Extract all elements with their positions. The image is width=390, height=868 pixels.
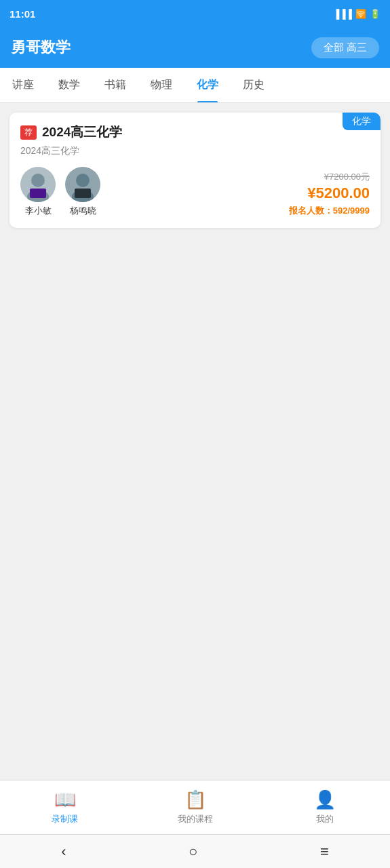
teacher-1: 李小敏 xyxy=(20,167,56,217)
course-subtitle: 2024高三化学 xyxy=(20,145,370,157)
status-icons: ▐▐▐ 🛜 🔋 xyxy=(333,9,381,19)
enroll-label: 报名人数： xyxy=(289,205,333,216)
wifi-icon: 🛜 xyxy=(355,9,366,19)
mine-label: 我的 xyxy=(316,813,334,825)
recommend-badge: 荐 xyxy=(20,125,37,140)
bottom-nav: 📖 录制课 📋 我的课程 👤 我的 xyxy=(0,780,390,834)
teacher-1-avatar xyxy=(20,167,56,202)
enroll-total: /9999 xyxy=(347,205,370,216)
svg-point-1 xyxy=(31,174,45,187)
course-bottom: 李小敏 杨鸣晓 ¥7200.00元 xyxy=(20,167,370,217)
nav-my-courses[interactable]: 📋 我的课程 xyxy=(130,781,260,834)
app-logo: 勇哥数学 xyxy=(11,37,71,58)
status-bar: 11:01 ▐▐▐ 🛜 🔋 xyxy=(0,0,390,27)
enroll-current: 592 xyxy=(333,205,348,216)
svg-point-5 xyxy=(76,174,90,187)
nav-recorded-courses[interactable]: 📖 录制课 xyxy=(0,781,130,834)
battery-icon: 🔋 xyxy=(370,9,381,19)
teacher-2-avatar xyxy=(65,167,100,202)
tab-lectures[interactable]: 讲座 xyxy=(0,68,46,103)
main-content: 化学 荐 2024高三化学 2024高三化学 xyxy=(0,103,390,780)
grade-filter-button[interactable]: 全部 高三 xyxy=(311,37,379,58)
system-nav-bar: ‹ ○ ≡ xyxy=(0,834,390,868)
tab-history[interactable]: 历史 xyxy=(231,68,277,103)
signal-icon: ▐▐▐ xyxy=(333,9,352,19)
price-original: ¥7200.00元 xyxy=(289,171,370,183)
status-time: 11:01 xyxy=(9,8,35,20)
home-button[interactable]: ○ xyxy=(175,837,211,866)
tab-chemistry[interactable]: 化学 xyxy=(184,68,231,103)
tab-math[interactable]: 数学 xyxy=(46,68,92,103)
recorded-icon: 📖 xyxy=(54,789,76,810)
my-courses-icon: 📋 xyxy=(184,789,206,810)
teacher-2-name: 杨鸣晓 xyxy=(70,205,96,217)
category-tabs: 讲座 数学 书籍 物理 化学 历史 xyxy=(0,68,390,103)
tab-physics[interactable]: 物理 xyxy=(138,68,184,103)
back-button[interactable]: ‹ xyxy=(47,837,79,866)
menu-button[interactable]: ≡ xyxy=(307,837,343,866)
svg-rect-7 xyxy=(75,189,91,198)
svg-rect-3 xyxy=(30,189,46,198)
app-header: 勇哥数学 全部 高三 xyxy=(0,27,390,68)
course-corner-tag: 化学 xyxy=(343,113,381,130)
price-section: ¥7200.00元 ¥5200.00 报名人数：592/9999 xyxy=(289,171,370,217)
teacher-2: 杨鸣晓 xyxy=(65,167,100,217)
course-title: 2024高三化学 xyxy=(42,123,122,141)
nav-mine[interactable]: 👤 我的 xyxy=(260,781,390,834)
price-current: ¥5200.00 xyxy=(289,184,370,202)
teachers-list: 李小敏 杨鸣晓 xyxy=(20,167,100,217)
enroll-count: 报名人数：592/9999 xyxy=(289,205,370,217)
tab-books[interactable]: 书籍 xyxy=(92,68,138,103)
my-courses-label: 我的课程 xyxy=(178,813,213,825)
teacher-1-name: 李小敏 xyxy=(25,205,52,217)
course-card[interactable]: 化学 荐 2024高三化学 2024高三化学 xyxy=(9,113,381,228)
recorded-label: 录制课 xyxy=(52,813,78,825)
mine-icon: 👤 xyxy=(314,789,336,810)
course-title-row: 荐 2024高三化学 xyxy=(20,123,370,141)
